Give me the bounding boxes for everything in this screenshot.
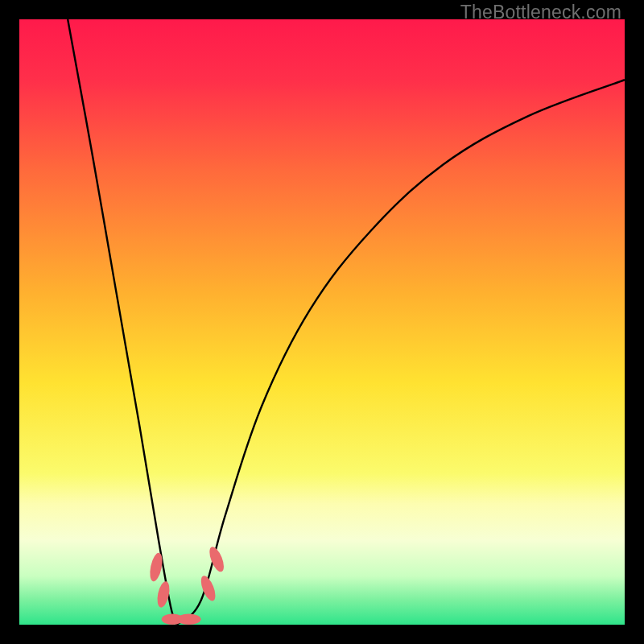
chart-background (19, 19, 625, 625)
marker-b2 (177, 613, 201, 625)
bottleneck-chart (19, 19, 625, 625)
chart-frame (19, 19, 625, 625)
